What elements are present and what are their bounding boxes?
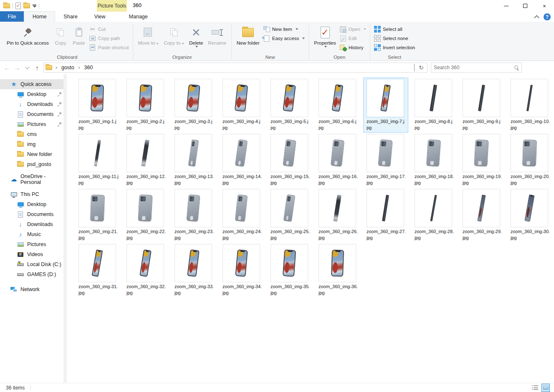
copy-button[interactable]: Copy xyxy=(51,24,70,48)
sidebar-item-psd-gosto[interactable]: psd_gosto xyxy=(0,159,67,169)
file-tile[interactable]: zoom_360_img-35.jpg xyxy=(267,243,312,298)
tab-home[interactable]: Home xyxy=(24,11,55,22)
paste-button[interactable]: Paste xyxy=(70,24,88,48)
edit-button[interactable]: Edit xyxy=(339,35,367,42)
move-to-button[interactable]: ← Move to xyxy=(136,24,162,48)
sidebar-item-downloads[interactable]: ↓Downloads xyxy=(0,219,67,229)
cut-button[interactable]: ✂ Cut xyxy=(88,25,130,33)
forward-icon[interactable]: → xyxy=(13,63,22,72)
refresh-icon[interactable]: ↻ xyxy=(419,64,424,71)
file-tile[interactable]: zoom_360_img-23.jpg xyxy=(171,188,216,243)
file-tile[interactable]: zoom_360_img-22.jpg xyxy=(123,188,168,243)
breadcrumb-360[interactable]: 360 xyxy=(83,65,94,70)
select-all-button[interactable]: Select all xyxy=(373,25,416,33)
sidebar-item-music[interactable]: ♪Music xyxy=(0,229,67,239)
copy-path-button[interactable]: W Copy path xyxy=(88,35,130,42)
file-tile[interactable]: zoom_360_img-32.jpg xyxy=(123,243,168,298)
search-input[interactable] xyxy=(434,65,514,70)
file-tile[interactable]: zoom_360_img-3.jpg xyxy=(171,78,216,133)
help-icon[interactable]: ? xyxy=(544,13,551,20)
file-tile[interactable]: zoom_360_img-20.jpg xyxy=(507,133,552,188)
file-tile[interactable]: zoom_360_img-6.jpg xyxy=(315,78,360,133)
file-tile[interactable]: zoom_360_img-18.jpg xyxy=(411,133,456,188)
sidebar-item-local-disk-c[interactable]: Local Disk (C:) xyxy=(0,259,67,269)
sidebar-item-img[interactable]: img xyxy=(0,139,67,149)
file-tile[interactable]: zoom_360_img-11.jpg xyxy=(75,133,120,188)
file-tile[interactable]: zoom_360_img-17.jpg xyxy=(363,133,408,188)
copy-to-button[interactable]: Copy to xyxy=(161,24,187,48)
sidebar-item-pictures[interactable]: Pictures xyxy=(0,119,67,129)
up-icon[interactable]: ↑ xyxy=(33,63,42,72)
invert-selection-button[interactable]: Invert selection xyxy=(373,44,416,51)
file-tile[interactable]: zoom_360_img-30.jpg xyxy=(507,188,552,243)
minimize-button[interactable] xyxy=(496,0,516,12)
properties-icon[interactable] xyxy=(15,3,21,9)
customize-toolbar-chevron-icon[interactable] xyxy=(33,5,36,8)
file-tile[interactable]: zoom_360_img-12.jpg xyxy=(123,133,168,188)
sidebar-item-pictures[interactable]: Pictures xyxy=(0,239,67,249)
file-tile[interactable]: zoom_360_img-5.jpg xyxy=(267,78,312,133)
file-tile[interactable]: zoom_360_img-26.jpg xyxy=(315,188,360,243)
properties-button[interactable]: ✓ Properties xyxy=(311,24,338,49)
history-button[interactable]: History xyxy=(339,44,367,51)
sidebar-item-downloads[interactable]: ↓Downloads xyxy=(0,99,67,109)
file-tile[interactable]: zoom_360_img-33.jpg xyxy=(171,243,216,298)
file-list-area[interactable]: zoom_360_img-1.jpgzoom_360_img-2.jpgzoom… xyxy=(67,74,554,383)
file-tile[interactable]: zoom_360_img-34.jpg xyxy=(219,243,264,298)
sidebar-item-cms[interactable]: cms xyxy=(0,129,67,139)
breadcrumb-gosto[interactable]: gosto xyxy=(61,65,75,70)
tab-share[interactable]: Share xyxy=(55,11,86,22)
sidebar-item-videos[interactable]: Videos xyxy=(0,249,67,259)
file-tile[interactable]: zoom_360_img-31.jpg xyxy=(75,243,120,298)
file-tile[interactable]: zoom_360_img-25.jpg xyxy=(267,188,312,243)
back-icon[interactable]: ← xyxy=(3,63,12,72)
sidebar-scrollbar[interactable] xyxy=(63,74,67,383)
file-tile[interactable]: zoom_360_img-15.jpg xyxy=(267,133,312,188)
file-tile[interactable]: zoom_360_img-27.jpg xyxy=(363,188,408,243)
easy-access-button[interactable]: Easy access xyxy=(262,35,306,42)
file-tile[interactable]: zoom_360_img-10.jpg xyxy=(507,78,552,133)
file-tile[interactable]: zoom_360_img-16.jpg xyxy=(315,133,360,188)
recent-locations-chevron-icon[interactable] xyxy=(23,63,32,72)
sidebar-item-desktop[interactable]: Desktop xyxy=(0,199,67,209)
file-tile[interactable]: zoom_360_img-24.jpg xyxy=(219,188,264,243)
maximize-button[interactable] xyxy=(516,0,535,12)
search-icon[interactable] xyxy=(514,65,519,70)
folder-icon[interactable] xyxy=(3,3,10,8)
new-folder-button[interactable]: New folder xyxy=(234,24,262,48)
open-button[interactable]: Open xyxy=(339,25,367,33)
minimize-ribbon-icon[interactable] xyxy=(534,15,539,20)
paste-shortcut-button[interactable]: Paste shortcut xyxy=(88,44,130,51)
file-tile[interactable]: zoom_360_img-13.jpg xyxy=(171,133,216,188)
folder-icon[interactable] xyxy=(23,3,30,8)
new-item-button[interactable]: New item xyxy=(262,25,306,33)
file-tile[interactable]: zoom_360_img-28.jpg xyxy=(411,188,456,243)
sidebar-item-quick-access[interactable]: ★Quick access xyxy=(0,79,67,89)
file-tile[interactable]: zoom_360_img-21.jpg xyxy=(75,188,120,243)
address-dropdown-chevron-icon[interactable] xyxy=(414,64,415,71)
tab-file[interactable]: File xyxy=(0,11,24,22)
file-tile[interactable]: zoom_360_img-14.jpg xyxy=(219,133,264,188)
file-tile[interactable]: zoom_360_img-1.jpg xyxy=(75,78,120,133)
close-button[interactable]: × xyxy=(535,0,554,12)
file-tile[interactable]: zoom_360_img-29.jpg xyxy=(459,188,504,243)
file-tile[interactable]: zoom_360_img-19.jpg xyxy=(459,133,504,188)
sidebar-item-this-pc[interactable]: This PC xyxy=(0,189,67,199)
tab-view[interactable]: View xyxy=(86,11,114,22)
file-tile[interactable]: zoom_360_img-36.jpg xyxy=(315,243,360,298)
select-none-button[interactable]: Select none xyxy=(373,35,416,42)
details-view-button[interactable] xyxy=(531,384,540,392)
tab-manage[interactable]: Manage xyxy=(121,11,156,22)
sidebar-item-documents[interactable]: Documents xyxy=(0,109,67,119)
sidebar-item-games-d[interactable]: GAMES (D:) xyxy=(0,269,67,279)
pin-to-quick-access-button[interactable]: Pin to Quick access xyxy=(4,24,51,48)
sidebar-item-new-folder[interactable]: New folder xyxy=(0,149,67,159)
file-tile[interactable]: zoom_360_img-9.jpg xyxy=(459,78,504,133)
delete-button[interactable]: ✕ Delete xyxy=(187,24,205,49)
sidebar-item-desktop[interactable]: Desktop xyxy=(0,89,67,99)
large-icons-view-button[interactable] xyxy=(541,384,550,392)
file-tile[interactable]: zoom_360_img-2.jpg xyxy=(123,78,168,133)
sidebar-item-network[interactable]: Network xyxy=(0,284,67,294)
file-tile[interactable]: zoom_360_img-8.jpg xyxy=(411,78,456,133)
sidebar-item-onedrive-personal[interactable]: ☁OneDrive - Personal xyxy=(0,174,67,184)
